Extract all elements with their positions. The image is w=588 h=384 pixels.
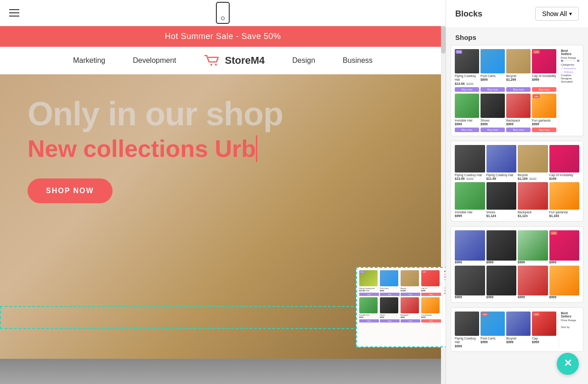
buy-btn-5[interactable]: Buy now — [455, 128, 479, 132]
buy-btn-4[interactable]: Buy now — [532, 87, 556, 92]
nav-item-business[interactable]: Business — [343, 56, 373, 65]
hero-cta-button[interactable]: SHOP NOW — [28, 178, 113, 203]
panel-title: Blocks — [455, 9, 482, 19]
panel-header: Blocks Show All — [446, 0, 588, 28]
mobile-preview-icon[interactable] — [216, 2, 230, 24]
shop-card-1[interactable]: feat Flying Cowboy Hat $13.99 $999 Pool … — [451, 45, 583, 136]
panel-scroll-area[interactable]: feat Flying Cowboy Hat $13.99 $999 Pool … — [446, 45, 588, 384]
navigation-bar: Marketing Development StoreM4 Design Bus… — [0, 47, 446, 74]
toolbar-left — [9, 9, 19, 17]
nav-item-development[interactable]: Development — [133, 56, 176, 65]
blocks-panel: Blocks Show All Shops feat Flying Cowboy… — [446, 0, 588, 384]
shop-card-3[interactable]: $999 $999 $999 sale $999 — [451, 226, 583, 303]
show-all-label: Show All — [542, 10, 567, 17]
buy-btn-3[interactable]: Buy now — [506, 87, 531, 92]
hero-subtitle-highlight: Urb — [215, 135, 256, 162]
buy-btn-7[interactable]: Buy now — [506, 128, 531, 132]
close-panel-button[interactable]: ✕ — [557, 353, 579, 375]
logo-cart-icon — [204, 54, 221, 67]
close-icon: ✕ — [564, 358, 572, 368]
hero-subtitle-start: New collections — [28, 135, 208, 162]
toolbar — [0, 0, 446, 26]
buy-btn-8[interactable]: Buy now — [532, 128, 556, 132]
nav-item-design[interactable]: Design — [292, 56, 315, 65]
show-all-button[interactable]: Show All — [535, 7, 579, 21]
buy-btn-2[interactable]: Buy now — [481, 87, 505, 92]
hero-content: Only in our shop New collections Urb SHO… — [0, 74, 446, 226]
logo-text: StoreM4 — [225, 55, 265, 67]
hero-section: Only in our shop New collections Urb SHO… — [0, 74, 446, 359]
announcement-bar: Hot Summer Sale - Save 50% — [0, 26, 446, 47]
toolbar-center — [216, 2, 230, 24]
announcement-text: Hot Summer Sale - Save 50% — [164, 32, 281, 41]
shop-card-4[interactable]: Flying Cowboy Hat $999 new Pool Carts $9… — [451, 307, 583, 352]
hero-bottom-section: Infuse — [0, 359, 446, 384]
website-preview: Hot Summer Sale - Save 50% Marketing Dev… — [0, 26, 446, 384]
svg-point-0 — [210, 64, 212, 66]
buy-btn-1[interactable]: Buy now — [455, 87, 479, 92]
buy-btn-6[interactable]: Buy now — [481, 128, 505, 132]
shop-card-2[interactable]: Flying Cowboy Hat $13.99 $999 Flying Cow… — [451, 141, 583, 222]
nav-item-marketing[interactable]: Marketing — [73, 56, 105, 65]
site-logo: StoreM4 — [204, 54, 265, 67]
hero-subtitle: New collections Urb — [28, 135, 418, 162]
main-editor-area: Hot Summer Sale - Save 50% Marketing Dev… — [0, 0, 446, 384]
panel-section-shops: Shops — [446, 28, 588, 45]
menu-icon[interactable] — [9, 9, 19, 17]
main-scrollbar-thumb[interactable] — [441, 26, 446, 54]
svg-point-1 — [215, 64, 217, 66]
hero-title: Only in our shop — [28, 97, 418, 130]
